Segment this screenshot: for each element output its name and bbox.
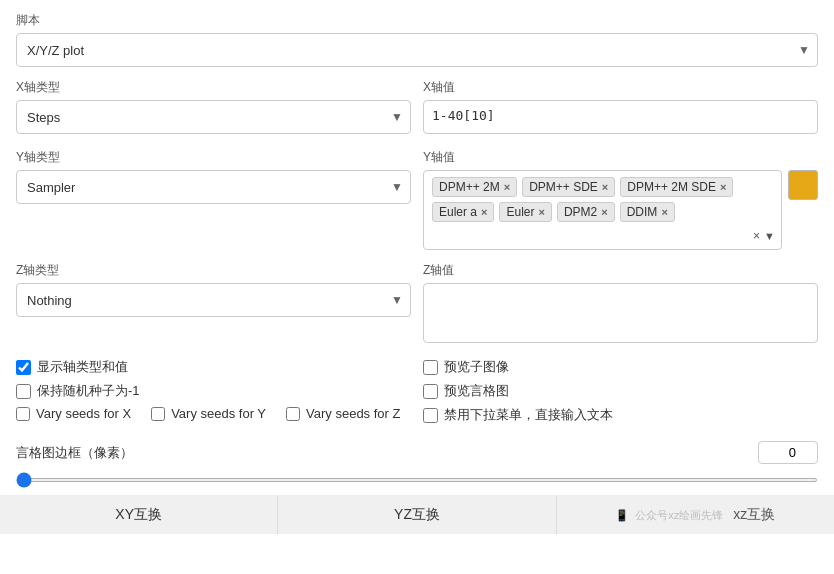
- grid-border-input[interactable]: [758, 441, 818, 464]
- x-axis-value-col: X轴值 1-40[10]: [423, 79, 818, 137]
- checkboxes-section: 显示轴类型和值 保持随机种子为-1 Vary seeds for X Vary …: [16, 358, 818, 433]
- vary-x-item: Vary seeds for X: [16, 406, 131, 421]
- tag-dpm2m-close[interactable]: ×: [504, 181, 510, 193]
- y-axis-row: Y轴类型 Sampler ▼ Y轴值 DPM++ 2M × DPM++ SDE: [16, 149, 818, 250]
- tag-dpm2m-label: DPM++ 2M: [439, 180, 500, 194]
- script-label: 脚本: [16, 12, 818, 29]
- tag-ddim-close[interactable]: ×: [661, 206, 667, 218]
- tags-dropdown-icon[interactable]: ▼: [764, 230, 775, 242]
- z-axis-type-col: Z轴类型 Nothing ▼: [16, 262, 411, 317]
- script-dropdown[interactable]: X/Y/Z plot: [16, 33, 818, 67]
- grid-border-label: 言格图边框（像素）: [16, 444, 750, 462]
- tag-ddim: DDIM ×: [620, 202, 675, 222]
- tag-euler-close[interactable]: ×: [538, 206, 544, 218]
- vary-x-label: Vary seeds for X: [36, 406, 131, 421]
- tag-euler: Euler ×: [499, 202, 551, 222]
- tag-eulera: Euler a ×: [432, 202, 494, 222]
- watermark-icon: 📱: [615, 509, 629, 522]
- keep-seed-label: 保持随机种子为-1: [37, 382, 140, 400]
- x-axis-value-label: X轴值: [423, 79, 818, 96]
- z-axis-type-dropdown-wrap: Nothing ▼: [16, 283, 411, 317]
- tag-euler-label: Euler: [506, 205, 534, 219]
- yz-swap-button[interactable]: YZ互换: [278, 496, 556, 534]
- vary-z-checkbox[interactable]: [286, 407, 300, 421]
- y-axis-type-label: Y轴类型: [16, 149, 411, 166]
- z-axis-value-input[interactable]: [423, 283, 818, 343]
- preview-grid-checkbox[interactable]: [423, 384, 438, 399]
- disable-dropdown-check-item: 禁用下拉菜单，直接输入文本: [423, 406, 818, 424]
- z-axis-value-label: Z轴值: [423, 262, 818, 279]
- checkboxes-left-col: 显示轴类型和值 保持随机种子为-1 Vary seeds for X Vary …: [16, 358, 411, 433]
- x-axis-row: X轴类型 Steps ▼ X轴值 1-40[10]: [16, 79, 818, 137]
- tag-dpmsde-close[interactable]: ×: [602, 181, 608, 193]
- z-axis-type-label: Z轴类型: [16, 262, 411, 279]
- z-axis-value-col: Z轴值: [423, 262, 818, 346]
- y-axis-tags-row: DPM++ 2M × DPM++ SDE × DPM++ 2M SDE × Eu…: [423, 170, 818, 250]
- y-axis-tags-area[interactable]: DPM++ 2M × DPM++ SDE × DPM++ 2M SDE × Eu…: [423, 170, 782, 250]
- watermark-label: 公众号xz绘画先锋: [635, 508, 723, 523]
- y-axis-value-col: Y轴值 DPM++ 2M × DPM++ SDE × DPM++ 2M SDE …: [423, 149, 818, 250]
- tag-dpm2: DPM2 ×: [557, 202, 615, 222]
- vary-z-item: Vary seeds for Z: [286, 406, 400, 421]
- vary-y-item: Vary seeds for Y: [151, 406, 266, 421]
- xz-swap-label: xz互换: [733, 506, 775, 524]
- preview-image-checkbox[interactable]: [423, 360, 438, 375]
- y-axis-type-dropdown[interactable]: Sampler: [16, 170, 411, 204]
- vary-seeds-row: Vary seeds for X Vary seeds for Y Vary s…: [16, 406, 411, 421]
- x-axis-type-dropdown-wrap: Steps ▼: [16, 100, 411, 134]
- main-container: 脚本 X/Y/Z plot ▼ X轴类型 Steps ▼ X轴值 1-40[10…: [0, 0, 834, 485]
- xy-swap-button[interactable]: XY互换: [0, 496, 278, 534]
- tag-eulera-label: Euler a: [439, 205, 477, 219]
- disable-dropdown-label: 禁用下拉菜单，直接输入文本: [444, 406, 613, 424]
- vary-z-label: Vary seeds for Z: [306, 406, 400, 421]
- buttons-row: XY互换 YZ互换 📱 公众号xz绘画先锋 xz互换: [0, 495, 834, 534]
- vary-y-label: Vary seeds for Y: [171, 406, 266, 421]
- tag-dpm2-label: DPM2: [564, 205, 597, 219]
- show-axis-check-item: 显示轴类型和值: [16, 358, 411, 376]
- tag-ddim-label: DDIM: [627, 205, 658, 219]
- script-row: 脚本 X/Y/Z plot ▼: [16, 12, 818, 67]
- show-axis-label: 显示轴类型和值: [37, 358, 128, 376]
- show-axis-checkbox[interactable]: [16, 360, 31, 375]
- vary-x-checkbox[interactable]: [16, 407, 30, 421]
- z-axis-row: Z轴类型 Nothing ▼ Z轴值: [16, 262, 818, 346]
- tag-dpm2msde-label: DPM++ 2M SDE: [627, 180, 716, 194]
- x-axis-value-input[interactable]: 1-40[10]: [423, 100, 818, 134]
- color-swatch[interactable]: [788, 170, 818, 200]
- x-axis-type-label: X轴类型: [16, 79, 411, 96]
- xz-swap-button[interactable]: 📱 公众号xz绘画先锋 xz互换: [557, 496, 834, 534]
- x-axis-type-dropdown[interactable]: Steps: [16, 100, 411, 134]
- tag-eulera-close[interactable]: ×: [481, 206, 487, 218]
- slider-row: [16, 470, 818, 485]
- vary-y-checkbox[interactable]: [151, 407, 165, 421]
- checkboxes-right-col: 预览子图像 预览言格图 禁用下拉菜单，直接输入文本: [423, 358, 818, 433]
- preview-grid-check-item: 预览言格图: [423, 382, 818, 400]
- script-dropdown-wrap: X/Y/Z plot ▼: [16, 33, 818, 67]
- tag-dpm2msde-close[interactable]: ×: [720, 181, 726, 193]
- preview-grid-label: 预览言格图: [444, 382, 509, 400]
- tag-dpm2msde: DPM++ 2M SDE ×: [620, 177, 733, 197]
- tag-dpmsde-label: DPM++ SDE: [529, 180, 598, 194]
- tag-dpmsde: DPM++ SDE ×: [522, 177, 615, 197]
- keep-seed-check-item: 保持随机种子为-1: [16, 382, 411, 400]
- disable-dropdown-checkbox[interactable]: [423, 408, 438, 423]
- grid-border-slider[interactable]: [16, 478, 818, 482]
- y-axis-type-dropdown-wrap: Sampler ▼: [16, 170, 411, 204]
- keep-seed-checkbox[interactable]: [16, 384, 31, 399]
- grid-border-row: 言格图边框（像素）: [16, 441, 818, 464]
- preview-image-check-item: 预览子图像: [423, 358, 818, 376]
- tag-dpm2-close[interactable]: ×: [601, 206, 607, 218]
- tags-controls: × ▼: [753, 229, 775, 243]
- z-axis-type-dropdown[interactable]: Nothing: [16, 283, 411, 317]
- tag-dpm2m: DPM++ 2M ×: [432, 177, 517, 197]
- y-axis-value-label: Y轴值: [423, 149, 818, 166]
- preview-image-label: 预览子图像: [444, 358, 509, 376]
- y-axis-type-col: Y轴类型 Sampler ▼: [16, 149, 411, 204]
- x-axis-type-col: X轴类型 Steps ▼: [16, 79, 411, 134]
- tags-clear-icon[interactable]: ×: [753, 229, 760, 243]
